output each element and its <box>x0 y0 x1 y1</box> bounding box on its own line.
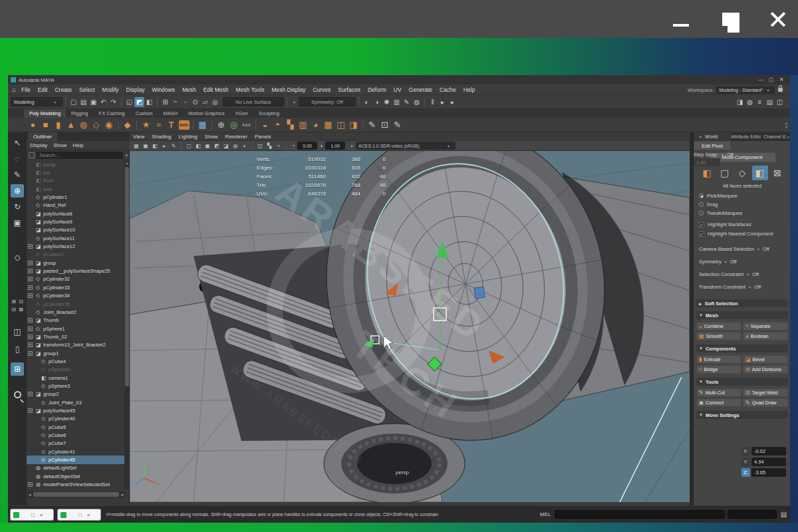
channel-box-toggle-icon[interactable]: ◫ <box>775 97 785 107</box>
shelf-cylinder-icon[interactable]: ▮ <box>52 118 65 131</box>
menu-help[interactable]: Help <box>464 86 475 93</box>
save-scene-icon[interactable]: ▣ <box>88 97 98 107</box>
command-response-field[interactable] <box>728 510 777 519</box>
expander-icon[interactable]: + <box>28 261 33 265</box>
outliner-item-pCube4[interactable]: ◇pCube4 <box>27 357 124 365</box>
snap-grid-icon[interactable]: ⊞ <box>160 97 170 107</box>
shelf-separate-icon[interactable]: ▥ <box>297 118 309 131</box>
shelf-tab-poly-modeling[interactable]: Poly Modeling <box>24 109 66 118</box>
viewport-menu-renderer[interactable]: Renderer <box>225 134 247 140</box>
expander-icon[interactable]: + <box>28 334 33 339</box>
outliner-item-top[interactable]: ◧top <box>27 168 124 176</box>
snap-curve-icon[interactable]: ~ <box>170 97 180 107</box>
expander-icon[interactable]: + <box>28 392 33 396</box>
outliner-item-polySurface11[interactable]: ◇polySurface11 <box>27 234 124 242</box>
connect-button[interactable]: ◉Connect <box>696 398 741 407</box>
shelf-torus-icon[interactable]: ◍ <box>77 118 90 131</box>
outliner-item-modelPanel3ViewSelectedSet[interactable]: +◍modelPanel3ViewSelectedSet <box>27 480 124 488</box>
vp-color-management-icon[interactable]: ● <box>348 142 356 150</box>
open-scene-icon[interactable]: ▤ <box>78 97 88 107</box>
shelf-smooth-icon[interactable]: ◕ <box>309 118 322 131</box>
boolean-button[interactable]: ◕Boolean <box>743 332 788 340</box>
menu-curves[interactable]: Curves <box>313 86 331 93</box>
select-selection-constraint[interactable]: Selection Constraint▾Off <box>699 270 759 278</box>
outliner-item-pSphere2[interactable]: ◇pSphere2 <box>27 366 124 374</box>
mode-selector-dropdown[interactable]: Modeling▾ <box>11 97 63 106</box>
vp-textured-icon[interactable]: ▣ <box>203 142 211 150</box>
render-settings-icon[interactable]: ✱ <box>382 97 392 107</box>
render-view-icon[interactable]: ▥ <box>392 97 402 107</box>
shelf-tab-sculpting[interactable]: Sculpting <box>253 109 285 118</box>
move-tool-icon[interactable]: ⊕ <box>11 184 24 198</box>
expander-icon[interactable]: + <box>28 482 33 487</box>
universal-manipulator-icon[interactable]: ◇ <box>11 251 24 264</box>
shelf-targetweld-icon[interactable]: ⊡ <box>378 118 391 131</box>
outliner-item-pasted__polySurfaceShape25[interactable]: +◪pasted__polySurfaceShape25 <box>27 267 124 275</box>
layout-two-stacked-icon[interactable]: ⊟ <box>11 307 17 313</box>
paint-effects-icon[interactable]: ✎ <box>402 97 412 107</box>
radio-drag[interactable]: Drag <box>699 201 718 208</box>
select-component-icon[interactable]: ◧ <box>144 97 154 107</box>
shelf-construction-plane-icon[interactable]: ⊕ <box>215 118 227 131</box>
vp-camera-attributes-icon[interactable]: ◧ <box>151 142 159 150</box>
shelf-quaddraw-icon[interactable]: ✎ <box>391 118 404 131</box>
maya-minimize-icon[interactable]: — <box>758 76 763 82</box>
shelf-sweep-mesh-icon[interactable]: ▦ <box>196 118 209 131</box>
expander-icon[interactable]: + <box>28 351 33 356</box>
scroll-up-icon[interactable]: ▴ <box>124 160 130 165</box>
new-scene-icon[interactable]: ▢ <box>68 97 78 107</box>
vp-image-plane-icon[interactable]: ✎ <box>170 142 178 150</box>
vp-motion-blur-icon[interactable]: ◐ <box>241 142 249 150</box>
shelf-type-icon[interactable]: T <box>165 118 178 131</box>
gamma-field[interactable]: 1.00 <box>325 142 345 150</box>
outliner-tab[interactable]: Outliner <box>28 132 57 141</box>
shelf-boolean-union-icon[interactable]: ◒ <box>259 118 271 131</box>
outliner-item-Hand_Ref[interactable]: ◇Hand_Ref <box>27 201 124 209</box>
multi-cut-button[interactable]: ✎Multi-Cut <box>696 388 741 397</box>
vscroll-thumb[interactable] <box>125 167 129 386</box>
shelf-reduce-icon[interactable]: ▦ <box>322 118 334 131</box>
axis-field-z[interactable]: -3.65 <box>751 468 786 477</box>
shelf-scroll-arrows[interactable]: ▴▾ <box>785 121 787 129</box>
shelf-tab-custom[interactable]: Custom <box>130 109 158 118</box>
outliner-item-polySurface9[interactable]: ◪polySurface9 <box>27 217 124 225</box>
expander-icon[interactable]: + <box>28 244 33 249</box>
viewport-menu-view[interactable]: View <box>133 134 144 140</box>
mini-window-2[interactable]: □ × <box>58 509 100 520</box>
smooth-button[interactable]: ▦Smooth <box>696 332 741 340</box>
outliner-item-side[interactable]: ◧side <box>27 185 124 193</box>
outliner-item-pCylinder40[interactable]: ◇pCylinder40 <box>27 415 124 423</box>
menu-mesh-display[interactable]: Mesh Display <box>271 86 305 93</box>
menu-cache[interactable]: Cache <box>440 86 456 93</box>
shelf-plane-icon[interactable]: ◇ <box>90 118 102 131</box>
bridge-button[interactable]: ≈Bridge <box>696 365 741 374</box>
colorspace-dropdown[interactable]: ACES 1.0 SDR-video (sRGB)▾ <box>356 142 456 150</box>
outliner-item-defaultLightSet[interactable]: ◍defaultLightSet <box>27 464 124 472</box>
quad-draw-button[interactable]: ✎Quad Draw <box>743 398 788 407</box>
outliner-item-Joint_Bracket2[interactable]: ◇Joint_Bracket2 <box>27 308 124 316</box>
select-symmetry[interactable]: Symmetry▾Off <box>699 257 737 265</box>
shelf-locator-icon[interactable]: 0.0.0 <box>240 118 253 131</box>
components-section[interactable]: ▼Components <box>696 344 788 352</box>
menu-display[interactable]: Display <box>126 86 145 93</box>
move-settings-section[interactable]: ▼Move Settings <box>696 411 788 419</box>
make-live-icon[interactable]: ◎ <box>210 97 220 107</box>
extrude-button[interactable]: ▮Extrude <box>696 355 741 364</box>
outliner-item-pCylinder45[interactable]: ◇pCylinder45 <box>27 456 124 464</box>
expander-icon[interactable]: + <box>28 269 33 273</box>
chevron-down-icon[interactable]: ▾ <box>722 152 724 157</box>
select-transform-constraint[interactable]: Transform Constraint▾Off <box>699 283 761 291</box>
ipr-render-icon[interactable]: ◑ <box>372 97 382 107</box>
shelf-mirror-icon[interactable]: ◫ <box>334 118 347 131</box>
layout-current-icon[interactable]: ⊞ <box>11 362 24 376</box>
step-size-field[interactable]: 1.00 <box>694 158 720 166</box>
outliner-item-pCylinder34[interactable]: +◇pCylinder34 <box>27 292 124 300</box>
snap-view-plane-icon[interactable]: ▱ <box>200 97 210 107</box>
humanik-toggle-icon[interactable]: ◍ <box>745 97 755 107</box>
outliner-item-front[interactable]: ◧front <box>27 177 124 185</box>
tool-settings-toggle-icon[interactable]: ▤ <box>765 97 775 107</box>
filter-icon[interactable] <box>29 152 35 158</box>
vp-lock-camera-icon[interactable]: ▣ <box>142 142 150 150</box>
outliner-item-pCylinder1[interactable]: ◇pCylinder1 <box>27 193 124 201</box>
expander-icon[interactable]: + <box>28 342 33 347</box>
